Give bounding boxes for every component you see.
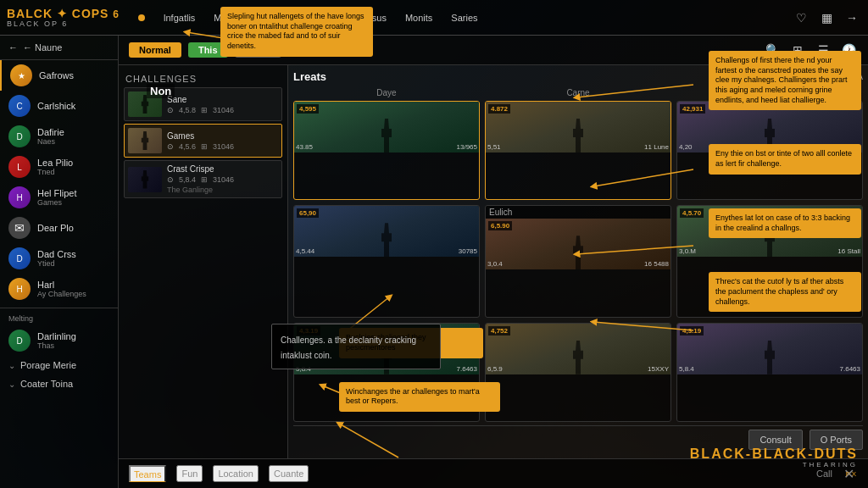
sidebar-item-dearplo[interactable]: ✉ Dear Plo <box>0 213 118 243</box>
item-status-darlinling: Thas <box>37 341 109 350</box>
item-status-leapilio: Tned <box>37 168 109 176</box>
sidebar-item-helflipit[interactable]: H Hel Flipet Games <box>0 182 118 213</box>
action-tabs: Teams Fun Location Cuante <box>129 465 309 482</box>
sidebar-item-dafirie[interactable]: D Dafirie Naes <box>0 121 118 152</box>
right-annotations: Challengs of first there the nd your far… <box>709 51 861 312</box>
treat-price-3: 42,931 <box>680 104 705 114</box>
sidebar-menu-label-coater: Coater Toina <box>20 379 73 389</box>
treat-thumb-2: 4.872 5,51 11 Lune <box>486 102 670 152</box>
nav-tab-infigatlis[interactable]: lnfgatlis <box>155 8 203 27</box>
treat-card-1[interactable]: 4,595 43.85 13/965 <box>293 101 480 200</box>
item-status-dadcrss: Ytied <box>37 259 109 268</box>
challenge-item-games[interactable]: Games ⊙ 4,5.6 ⊞ 31046 <box>124 124 282 158</box>
treats-title: Lreats <box>293 70 326 83</box>
item-status-harl: Ay Challenges <box>37 290 109 298</box>
item-name-helflipit: Hel Flipet <box>37 188 109 198</box>
sidebar-back-button[interactable]: ← ← Naune <box>0 36 118 60</box>
item-status-helflipit: Games <box>37 198 109 207</box>
treat-thumb-4: 65,90 4,5.44 30785 <box>294 206 479 257</box>
treat-card-2[interactable]: 4.872 5,51 11 Lune <box>485 101 671 200</box>
action-tab-fun[interactable]: Fun <box>176 465 203 482</box>
sidebar-menu-porage[interactable]: ⌄ Porage Merie <box>0 356 118 374</box>
game-logo: BALCK ✦ COPS 6 BLACK OP 6 <box>7 8 120 28</box>
non-label: Non <box>147 84 175 98</box>
treat-card-4[interactable]: 65,90 4,5.44 30785 <box>293 205 480 317</box>
avatar-harl: H <box>8 278 31 300</box>
challenge-name-crast: Crast Crispe <box>167 164 278 174</box>
arrow-right-icon[interactable]: → <box>843 8 861 27</box>
challenge-item-crast[interactable]: Crast Crispe ⊙ 5,8.4 ⊞ 31046 The Ganling… <box>124 160 282 198</box>
challenge-thumb-crast <box>128 167 162 192</box>
logo-dot <box>138 14 145 21</box>
item-name-dearplo: Dear Plo <box>37 223 109 233</box>
treat-price-4: 65,90 <box>297 208 319 218</box>
challenge-thumb-games <box>128 128 162 153</box>
top-annotation: Slepling hut nallengets of the have long… <box>220 7 373 57</box>
top-bar-icons: ♡ ▦ → <box>792 8 861 27</box>
game-logo-sub: THEARING <box>803 461 858 469</box>
avatar-darlinling: D <box>8 330 31 352</box>
back-arrow-icon: ← <box>8 42 18 53</box>
sidebar-item-dadcrss[interactable]: D Dad Crss Ytied <box>0 243 118 274</box>
avatar-carlshick: C <box>8 95 31 117</box>
filter-normal-button[interactable]: Normal <box>129 42 181 58</box>
treat-card-5[interactable]: Eulich 6,5.90 3,0.4 16 5488 <box>485 205 671 317</box>
sidebar-item-harl[interactable]: H Harl Ay Challenges <box>0 274 118 304</box>
game-logo-brand: FX <box>846 470 858 478</box>
right-annotation-3: Enythes lat lot on case of to 3:3 backin… <box>709 208 861 238</box>
chevron-down-icon-porage: ⌄ <box>8 361 15 370</box>
treat-price-9: 4,3.19 <box>680 326 704 336</box>
treat-price-6: 4,5.70 <box>680 208 704 218</box>
treat-card-8[interactable]: 4,752 6,5.9 15XXY <box>485 323 671 422</box>
treat-price-1: 4,595 <box>297 104 319 114</box>
nav-tab-saries[interactable]: Saries <box>442 8 486 27</box>
sidebar-menu-label-porage: Porage Merie <box>20 360 76 370</box>
treat-price-5: 6,5.90 <box>488 221 512 230</box>
challenge-name-games: Games <box>167 131 278 141</box>
treat-thumb-5: 6,5.90 3,0.4 16 5488 <box>486 219 670 269</box>
item-name-leapilio: Lea Pilio <box>37 158 109 168</box>
nav-tab-monits[interactable]: Monits <box>397 8 441 27</box>
treat-thumb-8: 4,752 6,5.9 15XXY <box>486 324 670 374</box>
right-annotation-1: Challengs of first there the nd your far… <box>709 51 861 110</box>
action-tab-location[interactable]: Location <box>213 465 259 482</box>
sidebar-item-darlinling[interactable]: D Darlinling Thas <box>0 325 118 356</box>
action-tab-cuante[interactable]: Cuante <box>269 465 309 482</box>
item-status-dafirie: Naes <box>37 137 109 146</box>
avatar-gafrows: ★ <box>10 64 32 86</box>
eulich-section-label: Eulich <box>486 206 670 219</box>
item-name-dadcrss: Dad Crss <box>37 249 109 259</box>
bottom-annotation-2: Winchanges the ar challenges to mart'a b… <box>339 382 500 412</box>
item-name-gafrows: Gafrows <box>39 70 109 80</box>
challenges-popup: Challenges. a the declanity cracking int… <box>271 324 441 369</box>
back-label: ← Naune <box>23 42 62 53</box>
challenges-list: Challenges Sane ⊙ 4,5.8 ⊞ 31046 <box>119 65 288 458</box>
item-name-darlinling: Darlinling <box>37 331 109 341</box>
action-tab-teams[interactable]: Teams <box>129 465 166 482</box>
sidebar-section-label: Melting <box>0 312 118 325</box>
top-bar: BALCK ✦ COPS 6 BLACK OP 6 lnfgatlis Minc… <box>0 0 868 36</box>
heart-icon[interactable]: ♡ <box>792 8 810 27</box>
avatar-dearplo: ✉ <box>8 217 31 239</box>
right-annotation-4: Threc's cat the cutof ly ts af ther abst… <box>709 272 861 312</box>
sidebar-item-gafrows[interactable]: ★ Gafrows <box>0 60 118 91</box>
treat-thumb-9: 4,3.19 5,8.4 7.6463 <box>677 324 862 374</box>
game-logo-bottom-right: BLACK-BLACK-DUTS THEARING FX <box>690 447 858 478</box>
sidebar-item-carlshick[interactable]: C Carlshick <box>0 91 118 121</box>
challenge-name-sane: Sane <box>167 95 278 104</box>
treat-thumb-1: 4,595 43.85 13/965 <box>294 102 479 152</box>
avatar-dafirie: D <box>8 125 31 147</box>
right-annotation-2: Eny thie on bst or tinte of two alll con… <box>709 144 861 174</box>
avatar-leapilio: L <box>8 156 31 178</box>
treat-card-9[interactable]: 4,3.19 5,8.4 7.6463 <box>676 323 863 422</box>
calendar-icon[interactable]: ▦ <box>817 8 836 27</box>
sidebar-divider <box>0 308 118 308</box>
sidebar-item-leapilio[interactable]: L Lea Pilio Tned <box>0 152 118 182</box>
item-name-carlshick: Carlshick <box>37 101 109 111</box>
avatar-dadcrss: D <box>8 247 31 269</box>
chevron-down-icon-coater: ⌄ <box>8 380 15 389</box>
avatar-helflipit: H <box>8 186 31 208</box>
treat-price-2: 4.872 <box>488 104 510 114</box>
sidebar-menu-coater[interactable]: ⌄ Coater Toina <box>0 374 118 393</box>
col-carne: Carne <box>485 88 671 97</box>
